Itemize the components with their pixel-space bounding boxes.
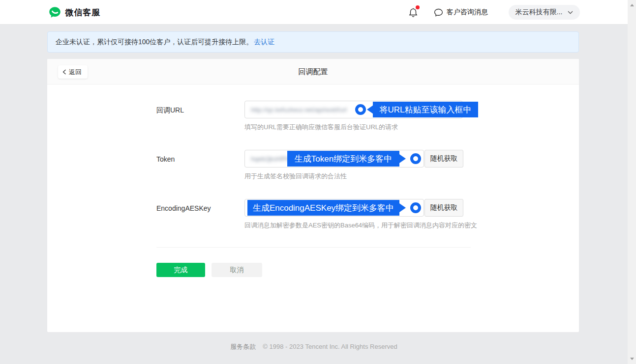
top-header: 微信客服 <box>0 0 628 25</box>
chevron-down-icon <box>568 11 573 14</box>
notification-red-dot <box>416 5 420 9</box>
callback-url-help: 填写的URL需要正确响应微信客服后台验证URL的请求 <box>244 123 398 132</box>
callback-url-value-blurred: http://qz.kefuzkeui.net/api/wxkf/url <box>251 106 347 113</box>
back-label: 返回 <box>69 68 82 77</box>
terms-link[interactable]: 服务条款 <box>230 343 256 350</box>
token-annotation-callout: 生成Token绑定到米多客中 <box>287 151 399 167</box>
scroll-up-icon[interactable] <box>628 1 636 9</box>
annotation-marker-icon <box>355 104 366 115</box>
submit-button[interactable]: 完成 <box>156 263 205 277</box>
token-help: 用于生成签名校验回调请求的合法性 <box>244 172 347 181</box>
company-selector[interactable]: 米云科技有限... <box>509 5 580 20</box>
aeskey-annotation-callout: 生成EncodingAESKey绑定到米多客中 <box>247 200 399 216</box>
url-annotation-callout: 将URL粘贴至该输入框中 <box>373 102 478 117</box>
panel-header: 返回 回调配置 <box>47 59 579 84</box>
customer-consult-button[interactable]: 客户咨询消息 <box>433 7 488 18</box>
company-name: 米云科技有限... <box>515 8 563 17</box>
customer-consult-label: 客户咨询消息 <box>447 8 488 17</box>
back-button[interactable]: 返回 <box>58 65 88 79</box>
copyright-text: © 1998 - 2023 Tencent Inc. All Rights Re… <box>263 343 397 350</box>
page-footer: 服务条款© 1998 - 2023 Tencent Inc. All Right… <box>0 342 628 351</box>
aeskey-random-button[interactable]: 随机获取 <box>424 199 463 217</box>
alert-text: 企业未认证，累计仅可接待100位客户，认证后可提升接待上限。 <box>56 38 253 47</box>
app-title: 微信客服 <box>65 7 101 18</box>
scrollbar[interactable] <box>628 0 636 364</box>
callback-config-panel: 返回 回调配置 回调URL http://qz.kefuzkeui.net/ap… <box>47 59 579 332</box>
annotation-marker-icon <box>410 153 421 164</box>
verification-alert-banner: 企业未认证，累计仅可接待100位客户，认证后可提升接待上限。 去认证 <box>47 31 579 53</box>
callout-arrow-right <box>399 203 406 212</box>
scroll-down-icon[interactable] <box>628 355 636 363</box>
token-random-button[interactable]: 随机获取 <box>424 150 463 168</box>
go-verify-link[interactable]: 去认证 <box>254 38 274 47</box>
token-label: Token <box>156 155 175 163</box>
aeskey-help: 回调消息加解密参数是AES密钥的Base64编码，用于解密回调消息内容对应的密文 <box>244 221 477 230</box>
app-logo: 微信客服 <box>48 6 101 19</box>
chat-bubble-icon <box>433 7 444 18</box>
cancel-button[interactable]: 取消 <box>212 263 262 277</box>
form-divider <box>156 247 471 248</box>
callback-url-label: 回调URL <box>156 106 184 115</box>
page-title: 回调配置 <box>47 59 579 84</box>
chevron-left-icon <box>62 69 66 75</box>
wechat-kf-logo-icon <box>48 6 61 19</box>
annotation-marker-icon <box>410 202 421 213</box>
callout-arrow-right <box>399 154 406 163</box>
notification-bell-button[interactable] <box>408 6 419 18</box>
page-content: 微信客服 <box>0 0 628 364</box>
aeskey-label: EncodingAESKey <box>156 204 211 212</box>
